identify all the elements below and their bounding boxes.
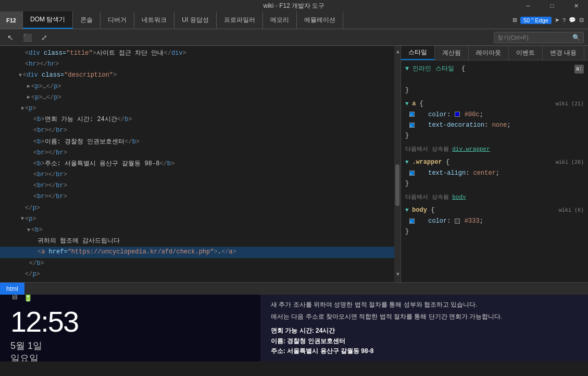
css-panel: 스타일 계산됨 레이아웃 이벤트 변경 내용 ▼ 인라인 스타일 { a: } …	[401, 46, 588, 282]
dom-line-selected[interactable]: <a href="https://uncyclopedia.kr/afd/che…	[0, 247, 401, 258]
lockscreen-left: 🖥 🔋 12:53 5월 1일 일요일	[0, 295, 260, 361]
dom-line: <br></br>	[0, 148, 401, 159]
css-tab-computed[interactable]: 계산됨	[435, 46, 469, 60]
dom-line: </b>	[0, 258, 401, 269]
dom-line: ▼ <div class="description">	[0, 70, 401, 81]
dom-line: ▶ <p>…</p>	[0, 92, 401, 103]
css-tab-events[interactable]: 이벤트	[509, 46, 543, 60]
tab-dom[interactable]: DOM 탐색기	[23, 11, 73, 29]
monitor-icon: 🖥	[10, 295, 19, 302]
dom-line: <b>주소: 서울특별시 용산구 갈월동 98-8</b>	[0, 159, 401, 169]
color-swatch-00c	[455, 112, 460, 117]
css-tab-changes[interactable]: 변경 내용	[543, 46, 584, 60]
css-checkbox-textdec[interactable]	[409, 123, 415, 128]
a-indicator: a:	[574, 65, 584, 74]
css-tab-layout[interactable]: 레이아웃	[469, 46, 509, 60]
css-rule-a-header: ▼ a { wiki (21)	[405, 99, 584, 109]
dom-line: <div class="title">사이트 접근 차단 안내</div>	[0, 48, 401, 59]
battery-icon: 🔋	[23, 295, 33, 302]
edge-badge: 50 " Edge	[520, 17, 552, 24]
lockscreen-right: 새 추가 조사를 위하여 성명한 법적 절차를 통해 성부와 협조하고 있습니다…	[260, 295, 588, 361]
notice-line-2: 에서는 다음 주소로 찾아오시면 적합한 법적 절차를 통해 단기간 면회가 가…	[271, 312, 578, 322]
navigate-icon[interactable]: ➤	[555, 17, 559, 23]
css-checkbox-color[interactable]	[409, 112, 415, 117]
dom-line: <br></br>	[0, 191, 401, 202]
html-tab[interactable]: html	[0, 283, 24, 295]
search-input[interactable]	[497, 34, 570, 41]
css-content: ▼ 인라인 스타일 { a: } ▼ a { wiki (21) color: …	[401, 60, 588, 282]
dom-panel: <div class="title">사이트 접근 차단 안내</div> <h…	[0, 46, 401, 282]
minimize-button[interactable]: ─	[516, 0, 540, 11]
maximize-button[interactable]: □	[540, 0, 564, 11]
tab-ui[interactable]: UI 응답성	[174, 11, 216, 29]
css-rule-wrapper-source[interactable]: wiki (26)	[556, 158, 584, 167]
dom-line: <br></br>	[0, 180, 401, 191]
dom-line: ▼ <p>	[0, 214, 401, 225]
dom-line: <b>면회 가능 시간: 24시간</b>	[0, 114, 401, 125]
inline-style-header: ▼ 인라인 스타일 { a:	[405, 64, 584, 74]
inline-style-label: ▼ 인라인 스타일 {	[405, 64, 465, 74]
tab-f12[interactable]: F12	[0, 11, 23, 29]
window-title: wiki - F12 개발자 도구	[263, 2, 324, 10]
feedback-icon[interactable]: 💬	[569, 17, 576, 23]
css-rule-a-source[interactable]: wiki (21)	[556, 100, 584, 108]
dom-line: ▶ <p>…</p>	[0, 81, 401, 92]
dom-line: <hr></hr>	[0, 59, 401, 70]
tab-debugger[interactable]: 디버거	[101, 11, 134, 29]
css-prop-body-color: color: #333;	[409, 216, 584, 226]
help-icon[interactable]: ?	[562, 17, 566, 23]
css-rule-body-close: }	[405, 226, 584, 237]
notice-address: 주소: 서울특별시 용산구 갈월동 98-8	[271, 346, 578, 356]
color-swatch-333	[455, 219, 460, 224]
dom-line: <b>이름: 경찰청 인권보호센터</b>	[0, 137, 401, 148]
tab-profiler[interactable]: 프로파일러	[217, 11, 263, 29]
date-display: 5월 1일 일요일	[10, 339, 250, 362]
tab-console[interactable]: 콘솔	[73, 11, 101, 29]
scroll-down-arrow[interactable]: ▼	[395, 271, 399, 280]
css-checkbox-textalign[interactable]	[409, 171, 415, 176]
scroll-bar[interactable]: ▲ ▼	[394, 46, 401, 282]
notice-name: 이름: 경찰청 인권보호센터	[271, 336, 578, 346]
css-rule-body-source[interactable]: wiki (6)	[559, 206, 584, 215]
notice-line-1: 새 추가 조사를 위하여 성명한 법적 절차를 통해 성부와 협조하고 있습니다…	[271, 300, 578, 310]
scroll-thumb[interactable]	[395, 164, 399, 206]
inline-style-close: }	[405, 85, 584, 95]
tab-network[interactable]: 네트워크	[134, 11, 174, 29]
dom-content[interactable]: <div class="title">사이트 접근 차단 안내</div> <h…	[0, 46, 401, 282]
dom-line: ▶ <div class="footer">…</div>	[0, 280, 401, 282]
css-prop-textalign: text-align: center;	[409, 168, 584, 178]
main-area: <div class="title">사이트 접근 차단 안내</div> <h…	[0, 46, 588, 282]
detach-icon[interactable]: ⊟	[579, 17, 584, 23]
dom-line: ▼ <p>	[0, 103, 401, 114]
tab-emulation[interactable]: 에뮬레이션	[297, 11, 343, 29]
inherited-body-link[interactable]: body	[452, 194, 466, 200]
dom-line: <br></br>	[0, 125, 401, 136]
css-rule-wrapper-close: }	[405, 178, 584, 189]
inspect-button[interactable]: ↖	[4, 32, 17, 43]
inherited-wrapper-label: 다음에서 상속됨 div.wrapper	[405, 144, 584, 154]
tab-bar-right: ⊞ 50 " Edge ➤ ? 💬 ⊟	[508, 11, 588, 29]
scroll-up-arrow[interactable]: ▲	[395, 48, 399, 57]
screen-icon[interactable]: ⊞	[512, 17, 517, 23]
dom-line: ▼ <b>	[0, 225, 401, 236]
dom-line: </p>	[0, 203, 401, 214]
time-display: 12:53	[10, 307, 250, 336]
search-icon: 🔍	[572, 34, 580, 41]
css-checkbox-body-color[interactable]	[409, 219, 415, 224]
lock-icons: 🖥 🔋	[10, 295, 250, 302]
tab-memory[interactable]: 메모리	[263, 11, 297, 29]
dom-line: <br></br>	[0, 169, 401, 180]
expand-button[interactable]: ⤢	[38, 32, 51, 43]
inherited-wrapper-link[interactable]: div.wrapper	[452, 146, 490, 152]
css-tab-style[interactable]: 스타일	[401, 46, 435, 60]
css-rule-wrapper-header: ▼ .wrapper { wiki (26)	[405, 157, 584, 167]
screencast-button[interactable]: ⬛	[20, 32, 35, 43]
css-rule-a-close: }	[405, 130, 584, 141]
close-button[interactable]: ✕	[564, 0, 588, 11]
css-prop-color: color: #00c;	[409, 110, 584, 120]
notice-details: 면회 가능 시간: 24시간 이름: 경찰청 인권보호센터 주소: 서울특별시 …	[271, 326, 578, 356]
notice-meeting-time: 면회 가능 시간: 24시간	[271, 326, 578, 336]
css-rule-body-header: ▼ body { wiki (6)	[405, 205, 584, 215]
css-tab-bar: 스타일 계산됨 레이아웃 이벤트 변경 내용	[401, 46, 588, 60]
css-rule-wrapper-label: ▼ .wrapper {	[405, 157, 449, 167]
